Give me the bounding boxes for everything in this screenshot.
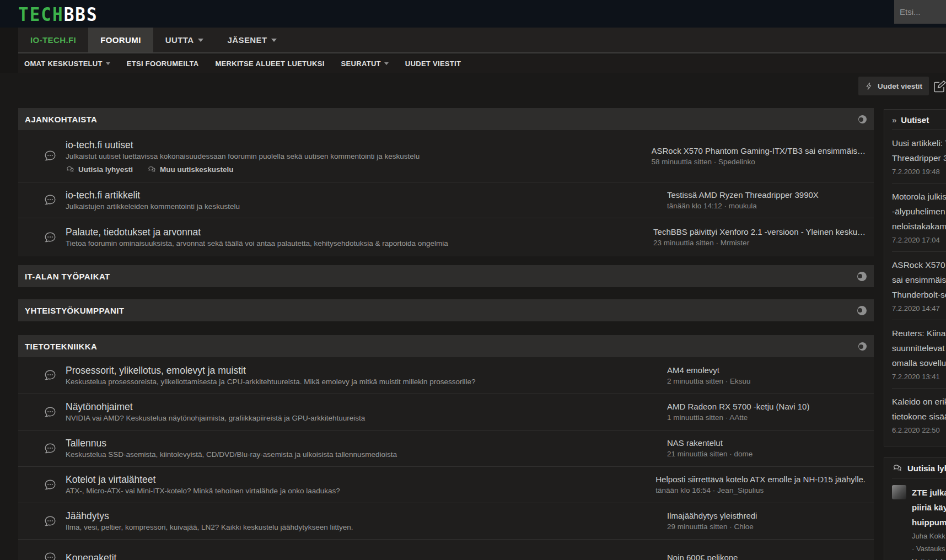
chevron-down-icon bbox=[198, 39, 203, 42]
category-title: AJANKOHTAISTA bbox=[25, 115, 97, 124]
latest-thread-meta: 29 minuuttia sitten · Chloe bbox=[667, 521, 866, 532]
latest-thread-title[interactable]: Noin 600€ pelikone bbox=[667, 552, 866, 560]
forum-row-jaahdytys[interactable]: Jäähdytys Ilma, vesi, peltier, kompresso… bbox=[18, 503, 874, 539]
collapse-toggle-icon[interactable] bbox=[857, 306, 867, 315]
latest-thread-meta: 2 minuuttia sitten · Eksuu bbox=[667, 376, 866, 387]
category-header: TIETOTEKNIIKKA bbox=[18, 335, 874, 357]
forum-row-prosessorit[interactable]: Prosessorit, ylikellotus, emolevyt ja mu… bbox=[18, 357, 874, 394]
subnav-merkitse-luetuksi[interactable]: MERKITSE ALUEET LUETUKSI bbox=[215, 60, 324, 68]
subnav-etsi-foorumeilta[interactable]: ETSI FOORUMEILTA bbox=[127, 60, 199, 68]
forum-title[interactable]: Jäähdytys bbox=[66, 510, 656, 522]
news-date: 6.2.2020 22:50 bbox=[892, 425, 946, 436]
avatar[interactable] bbox=[892, 485, 906, 499]
comment-bubble-icon bbox=[44, 193, 57, 207]
category-title: TIETOTEKNIIKKA bbox=[25, 342, 97, 351]
latest-thread-meta: 23 minuuttia sitten · Mrmister bbox=[653, 238, 866, 249]
category-title: IT-ALAN TYÖPAIKAT bbox=[25, 272, 110, 281]
latest-thread-title[interactable]: TechBBS päivittyi Xenforo 2.1 -versioon … bbox=[653, 226, 866, 238]
news-item[interactable]: Kaleido on erik tietokone sisää 6.2.2020… bbox=[892, 389, 946, 441]
forum-row-tallennus[interactable]: Tallennus Keskustelua SSD-asemista, kiin… bbox=[18, 430, 874, 466]
forum-title[interactable]: io-tech.fi uutiset bbox=[66, 139, 641, 151]
forum-description: Keskustelua SSD-asemista, kiintolevyistä… bbox=[66, 450, 656, 460]
forum-title[interactable]: io-tech.fi artikkelit bbox=[66, 189, 656, 201]
comment-bubble-icon bbox=[44, 369, 57, 382]
news-date: 7.2.2020 17:04 bbox=[892, 235, 946, 246]
latest-thread-title[interactable]: Testissä AMD Ryzen Threadripper 3990X bbox=[667, 189, 866, 201]
tab-jasenet[interactable]: JÄSENET bbox=[216, 28, 289, 52]
collapse-toggle-icon[interactable] bbox=[857, 272, 867, 281]
subnav-uudet-viestit[interactable]: UUDET VIESTIT bbox=[405, 60, 461, 68]
forum-list: AJANKOHTAISTA io-tech.fi uutiset Julkais… bbox=[18, 108, 874, 560]
forum-description: ATX-, Micro-ATX- vai Mini-ITX-kotelo? Mi… bbox=[66, 486, 644, 496]
news-date: 7.2.2020 13:41 bbox=[892, 371, 946, 383]
latest-thread-title[interactable]: AMD Radeon RX 5700 -ketju (Navi 10) bbox=[667, 401, 866, 412]
latest-thread-title[interactable]: Helposti siirrettävä kotelo ATX emolle j… bbox=[655, 473, 866, 485]
main-nav: IO-TECH.FI FOORUMI UUTTA JÄSENET bbox=[0, 28, 946, 53]
category-tietotekniikka: TIETOTEKNIIKKA Prosessorit, ylikellotus,… bbox=[18, 335, 874, 560]
latest-thread-title[interactable]: NAS rakentelut bbox=[667, 437, 866, 449]
latest-thread-meta: tänään klo 14:12 · moukula bbox=[667, 201, 866, 212]
news-item[interactable]: Reuters: Kiinala suunnittelevat k omalla… bbox=[892, 320, 946, 389]
forum-title[interactable]: Konepaketit bbox=[66, 552, 656, 560]
forum-subnav: OMAT KESKUSTELUT ETSI FOORUMEILTA MERKIT… bbox=[0, 55, 946, 73]
pencil-icon bbox=[933, 80, 946, 93]
forum-row-kotelot[interactable]: Kotelot ja virtalähteet ATX-, Micro-ATX-… bbox=[18, 466, 874, 503]
comment-bubble-icon bbox=[44, 551, 57, 560]
forum-title[interactable]: Prosessorit, ylikellotus, emolevyt ja mu… bbox=[66, 364, 656, 376]
chevron-down-icon bbox=[384, 62, 389, 65]
latest-thread-title[interactable]: ASRock X570 Phantom Gaming-ITX/TB3 sai e… bbox=[652, 145, 866, 157]
search-input[interactable] bbox=[894, 0, 946, 24]
category-ajankohtaista: AJANKOHTAISTA io-tech.fi uutiset Julkais… bbox=[18, 108, 874, 256]
compose-button[interactable] bbox=[933, 80, 946, 94]
forum-title[interactable]: Palaute, tiedotukset ja arvonnat bbox=[66, 226, 642, 238]
news-date: 7.2.2020 19:48 bbox=[892, 166, 946, 177]
comments-icon bbox=[892, 464, 903, 473]
news-item[interactable]: Uusi artikkeli: T Threadripper 39 7.2.20… bbox=[892, 130, 946, 184]
latest-thread-title[interactable]: Ilmajäähdytys yleisthredi bbox=[667, 510, 866, 521]
forum-row-uutiset[interactable]: io-tech.fi uutiset Julkaistut uutiset lu… bbox=[18, 130, 874, 182]
forum-row-artikkelit[interactable]: io-tech.fi artikkelit Julkaistujen artik… bbox=[18, 182, 874, 218]
news-item[interactable]: Motorola julkist -älypuhelimen s neloist… bbox=[892, 184, 946, 252]
forum-row-naytonohjaimet[interactable]: Näytönohjaimet NVIDIA vai AMD? Keskustel… bbox=[18, 394, 874, 430]
forum-title[interactable]: Näytönohjaimet bbox=[66, 401, 656, 413]
comment-bubble-icon bbox=[44, 149, 57, 163]
short-news-forum-link[interactable]: Uutisia lyhy bbox=[912, 555, 946, 560]
site-logo[interactable]: TECHBBS bbox=[18, 4, 98, 25]
forum-description: Ilma, vesi, peltier, kompressori, kuivaj… bbox=[66, 523, 656, 532]
short-news-widget: Uutisia lyhyesti ZTE julka piiriä käyt h… bbox=[884, 457, 946, 560]
forum-title[interactable]: Tallennus bbox=[66, 437, 656, 449]
latest-thread-title[interactable]: AM4 emolevyt bbox=[667, 364, 866, 376]
collapse-toggle-icon[interactable] bbox=[858, 342, 867, 351]
forum-description: NVIDIA vai AMD? Keskustelua näytönohjaim… bbox=[66, 413, 656, 423]
short-news-replies: · Vastauks bbox=[912, 542, 946, 555]
sidebar: »Uutiset Uusi artikkeli: T Threadripper … bbox=[884, 109, 946, 560]
subforum-muu-uutiskeskustelu[interactable]: Muu uutiskeskustelu bbox=[147, 165, 234, 174]
category-header: AJANKOHTAISTA bbox=[18, 108, 874, 130]
comment-bubble-icon bbox=[44, 406, 57, 419]
short-news-item[interactable]: ZTE julka piiriä käyt huippuma Juha Kokk… bbox=[892, 478, 946, 560]
subforum-uutisia-lyhyesti[interactable]: Uutisia lyhyesti bbox=[66, 165, 133, 174]
subnav-omat-keskustelut[interactable]: OMAT KESKUSTELUT bbox=[24, 60, 110, 68]
forum-title[interactable]: Kotelot ja virtalähteet bbox=[66, 473, 644, 486]
news-widget-header[interactable]: »Uutiset bbox=[892, 115, 946, 130]
subnav-seuratut[interactable]: SEURATUT bbox=[341, 60, 389, 68]
short-news-author: Juha Kokk bbox=[912, 530, 946, 542]
news-item[interactable]: ASRock X570 P sai ensimmäise Thunderbolt… bbox=[892, 252, 946, 320]
tab-uutta[interactable]: UUTTA bbox=[153, 28, 216, 52]
forum-row-konepaketit[interactable]: Konepaketit Noin 600€ pelikone bbox=[18, 539, 874, 560]
comment-bubble-icon bbox=[44, 231, 57, 244]
tab-foorumi[interactable]: FOORUMI bbox=[88, 28, 153, 52]
left-gutter bbox=[0, 28, 18, 73]
short-news-header[interactable]: Uutisia lyhyesti bbox=[892, 464, 946, 478]
tab-io-tech-fi[interactable]: IO-TECH.FI bbox=[18, 28, 88, 52]
new-posts-button[interactable]: Uudet viestit bbox=[858, 77, 929, 95]
category-it-alan-tyopaikat: IT-ALAN TYÖPAIKAT bbox=[18, 265, 874, 287]
collapse-toggle-icon[interactable] bbox=[858, 115, 867, 123]
double-arrow-icon: » bbox=[892, 115, 896, 125]
comment-bubble-icon bbox=[44, 442, 57, 455]
comments-icon bbox=[147, 165, 157, 174]
forum-row-palaute[interactable]: Palaute, tiedotukset ja arvonnat Tietoa … bbox=[18, 218, 874, 256]
latest-thread-meta: 58 minuuttia sitten · Spedelinko bbox=[652, 157, 866, 168]
latest-thread-meta: 21 minuuttia sitten · dome bbox=[667, 449, 866, 460]
comments-icon bbox=[66, 165, 75, 174]
